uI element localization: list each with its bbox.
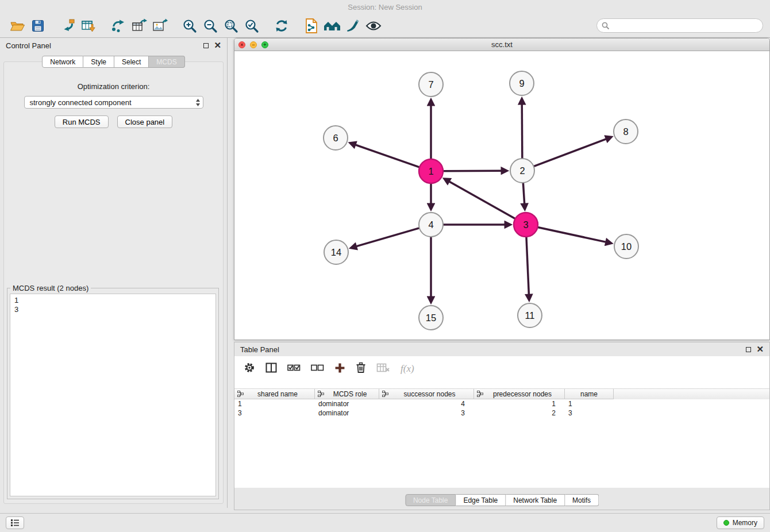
network-edge[interactable] [449, 182, 515, 219]
network-window-titlebar[interactable]: scc.txt × − + [234, 38, 769, 51]
float-table-panel-icon[interactable] [746, 347, 751, 352]
network-edge[interactable] [443, 171, 501, 171]
table-cell: 1 [234, 400, 315, 408]
close-panel-icon[interactable]: ✕ [214, 43, 221, 48]
tab-network[interactable]: Network [42, 56, 83, 68]
tab-style[interactable]: Style [83, 56, 114, 68]
column-header-predecessor-nodes[interactable]: predecessor nodes [474, 389, 565, 399]
mcds-tab-content: Optimization criterion: strongly connect… [3, 61, 224, 504]
column-header-successor-nodes[interactable]: successor nodes [379, 389, 474, 399]
mcds-result-list[interactable]: 1 3 [10, 294, 216, 496]
task-history-button[interactable] [6, 516, 24, 529]
network-node[interactable]: 14 [324, 240, 348, 264]
table-cell: 4 [379, 400, 474, 408]
run-mcds-button[interactable]: Run MCDS [55, 115, 109, 128]
import-network-icon[interactable] [57, 16, 78, 36]
tab-node-table[interactable]: Node Table [405, 494, 456, 506]
table-row[interactable]: 1dominator411 [234, 399, 769, 408]
close-panel-button[interactable]: Close panel [117, 115, 173, 128]
columns-icon[interactable] [265, 363, 277, 375]
deselect-all-icon[interactable] [311, 364, 324, 374]
zoom-fit-icon[interactable] [221, 16, 241, 36]
tab-select[interactable]: Select [114, 56, 149, 68]
save-session-icon[interactable] [28, 16, 48, 36]
tab-edge-table[interactable]: Edge Table [456, 494, 506, 506]
table-panel-header: Table Panel ✕ [234, 342, 769, 356]
control-panel: Control Panel ✕ Network Style Select MCD… [0, 38, 228, 508]
network-node[interactable]: 15 [419, 306, 443, 330]
network-node[interactable]: 8 [614, 119, 638, 144]
main-toolbar [0, 14, 770, 38]
status-bar: Memory [0, 513, 770, 532]
optimization-criterion-label: Optimization criterion: [4, 82, 223, 91]
add-column-icon[interactable] [334, 363, 345, 376]
apply-layout-icon[interactable] [271, 16, 292, 36]
tab-network-table[interactable]: Network Table [506, 494, 565, 506]
network-edge[interactable] [522, 105, 522, 159]
network-node-label: 11 [525, 310, 534, 321]
delete-table-icon[interactable] [376, 363, 390, 375]
gear-icon[interactable] [244, 362, 255, 376]
import-table-icon[interactable] [78, 16, 99, 36]
network-edge[interactable] [526, 237, 529, 294]
zoom-selected-icon[interactable] [241, 16, 262, 36]
tab-motifs[interactable]: Motifs [565, 494, 599, 506]
column-header-name[interactable]: name [565, 389, 614, 399]
memory-status-icon [723, 520, 729, 526]
network-file-icon[interactable] [301, 16, 322, 36]
table-cell: 3 [234, 409, 315, 417]
network-edge[interactable] [357, 228, 419, 246]
control-panel-title: Control Panel [6, 41, 51, 50]
network-node[interactable]: 11 [518, 303, 542, 327]
network-node[interactable]: 1 [419, 159, 443, 183]
network-node-label: 1 [428, 166, 433, 176]
column-header-mcds-role[interactable]: MCDS role [315, 389, 379, 399]
table-row[interactable]: 3dominator323 [234, 408, 769, 418]
float-panel-icon[interactable] [203, 43, 209, 48]
tab-mcds[interactable]: MCDS [149, 56, 184, 68]
network-edge[interactable] [534, 139, 606, 167]
network-node[interactable]: 7 [419, 72, 443, 97]
network-node[interactable]: 4 [419, 213, 443, 237]
eye-icon[interactable] [363, 16, 384, 36]
table-cell: 3 [565, 409, 614, 417]
criterion-dropdown[interactable]: strongly connected component [24, 96, 203, 109]
memory-button[interactable]: Memory [717, 516, 764, 529]
export-image-icon[interactable] [149, 16, 170, 36]
table-toolbar: f(x) [234, 356, 769, 381]
style-brush-icon[interactable] [342, 16, 363, 36]
network-node-label: 2 [519, 165, 525, 176]
column-header-shared-name[interactable]: shared name [234, 389, 315, 399]
table-panel: Table Panel ✕ [234, 342, 770, 510]
network-node[interactable]: 9 [510, 71, 534, 95]
network-node[interactable]: 3 [514, 213, 538, 237]
zoom-in-icon[interactable] [179, 16, 200, 36]
network-graph[interactable]: 7968124314101511 [234, 51, 769, 340]
table-cell: 1 [474, 400, 565, 408]
network-node[interactable]: 2 [510, 159, 534, 183]
search-input[interactable] [596, 18, 763, 33]
select-all-icon[interactable] [287, 364, 301, 374]
new-table-icon[interactable] [129, 16, 149, 36]
close-window-icon[interactable]: × [238, 41, 245, 48]
new-network-icon[interactable] [108, 16, 129, 36]
zoom-out-icon[interactable] [200, 16, 221, 36]
zoom-window-icon[interactable]: + [261, 41, 268, 48]
network-node[interactable]: 6 [324, 126, 348, 150]
function-builder-icon[interactable]: f(x) [401, 363, 414, 375]
network-edge[interactable] [356, 145, 419, 167]
delete-column-icon[interactable] [356, 362, 366, 376]
minimize-window-icon[interactable]: − [250, 41, 257, 48]
network-edge[interactable] [523, 183, 524, 203]
list-icon [10, 519, 20, 527]
network-node[interactable]: 10 [614, 234, 638, 259]
close-table-panel-icon[interactable]: ✕ [756, 346, 764, 352]
sort-column-icon [477, 391, 483, 397]
home-icon[interactable] [322, 16, 342, 36]
search-icon [602, 22, 610, 32]
network-canvas[interactable]: 7968124314101511 [234, 51, 769, 340]
open-session-icon[interactable] [7, 16, 28, 36]
node-table-body: 1dominator4113dominator323 [234, 399, 769, 418]
network-edge[interactable] [538, 227, 606, 242]
table-cell: dominator [315, 400, 379, 408]
